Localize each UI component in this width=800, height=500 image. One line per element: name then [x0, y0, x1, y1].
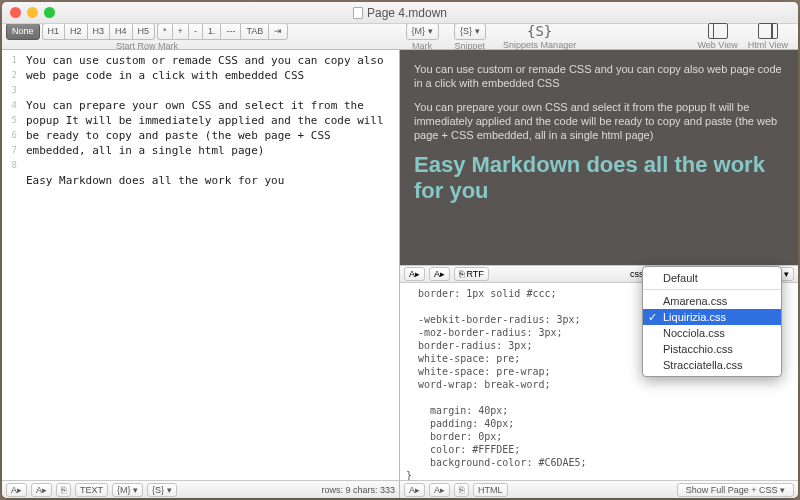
editor-pane: 12345678 You can use custom or remade CS… [2, 50, 400, 498]
h5-button[interactable]: H5 [132, 23, 156, 40]
indent-button[interactable]: ⇥ [268, 23, 288, 40]
font-larger-button[interactable]: A▸ [6, 483, 27, 497]
css-font-smaller[interactable]: A▸ [429, 267, 450, 281]
html-font-smaller[interactable]: A▸ [429, 483, 450, 497]
markdown-editor[interactable]: 12345678 You can use custom or remade CS… [2, 50, 399, 480]
dash-button[interactable]: - [188, 23, 202, 40]
plus-button[interactable]: + [172, 23, 188, 40]
status-mark-dropdown[interactable]: {M} ▾ [112, 483, 143, 497]
snippets-manager-icon[interactable]: {S} [527, 23, 552, 39]
dropdown-item-default[interactable]: Default [643, 270, 781, 286]
web-view-icon[interactable] [708, 23, 728, 39]
h1-button[interactable]: H1 [42, 23, 65, 40]
mark-label: Mark [412, 41, 432, 51]
mark-dropdown[interactable]: {M} ▾ [406, 23, 439, 40]
preview-paragraph: You can use custom or remade CSS and you… [414, 62, 784, 90]
copy-rtf-button[interactable]: ⎘ RTF [454, 267, 489, 281]
preview-pane: You can use custom or remade CSS and you… [400, 50, 798, 498]
none-button[interactable]: None [6, 23, 40, 40]
symbol-group: * + - 1. --- TAB ⇥ [157, 23, 288, 40]
app-window: Page 4.mdown None H1 H2 H3 H4 H5 * + [2, 2, 798, 498]
dropdown-item-amarena[interactable]: Amarena.css [643, 293, 781, 309]
editor-statusbar: A▸ A▸ ⎘ TEXT {M} ▾ {S} ▾ rows: 9 chars: … [2, 480, 399, 498]
dropdown-item-liquirizia[interactable]: Liquirizia.css [643, 309, 781, 325]
hr-button[interactable]: --- [220, 23, 240, 40]
html-preview: You can use custom or remade CSS and you… [400, 50, 798, 265]
window-title: Page 4.mdown [2, 6, 798, 20]
css-dropdown-menu: Default Amarena.css Liquirizia.css Nocci… [642, 266, 782, 377]
html-font-larger[interactable]: A▸ [404, 483, 425, 497]
css-font-larger[interactable]: A▸ [404, 267, 425, 281]
snippet-dropdown[interactable]: {S} ▾ [454, 23, 486, 40]
toolbar: None H1 H2 H3 H4 H5 * + - 1. --- TA [2, 24, 798, 50]
dropdown-item-pistacchio[interactable]: Pistacchio.css [643, 341, 781, 357]
html-mode-button[interactable]: HTML [473, 483, 508, 497]
copy-button[interactable]: ⎘ [56, 483, 71, 497]
snippet-label: Snippet [455, 41, 486, 51]
show-full-page-dropdown[interactable]: Show Full Page + CSS ▾ [677, 483, 794, 497]
line-gutter: 12345678 [2, 50, 20, 480]
status-snippet-dropdown[interactable]: {S} ▾ [147, 483, 177, 497]
dropdown-item-stracciatella[interactable]: Stracciatella.css [643, 357, 781, 373]
rows-chars-info: rows: 9 chars: 333 [321, 485, 395, 495]
h3-button[interactable]: H3 [87, 23, 110, 40]
document-icon [353, 7, 363, 19]
editor-text[interactable]: You can use custom or remade CSS and you… [20, 50, 399, 480]
titlebar: Page 4.mdown [2, 2, 798, 24]
star-button[interactable]: * [157, 23, 172, 40]
dropdown-separator [643, 289, 781, 290]
h4-button[interactable]: H4 [109, 23, 132, 40]
html-view-label: Html View [748, 40, 788, 50]
preview-statusbar: A▸ A▸ ⎘ HTML Show Full Page + CSS ▾ [400, 480, 798, 498]
h2-button[interactable]: H2 [64, 23, 87, 40]
html-view-icon[interactable] [758, 23, 778, 39]
font-smaller-button[interactable]: A▸ [31, 483, 52, 497]
preview-heading: Easy Markdown does all the work for you [414, 152, 784, 204]
content-area: 12345678 You can use custom or remade CS… [2, 50, 798, 498]
start-row-mark-label: Start Row Mark [116, 41, 178, 51]
html-copy-button[interactable]: ⎘ [454, 483, 469, 497]
preview-paragraph: You can prepare your own CSS and select … [414, 100, 784, 142]
dropdown-item-nocciola[interactable]: Nocciola.css [643, 325, 781, 341]
snippets-manager-label: Snippets Manager [503, 40, 576, 50]
text-mode-button[interactable]: TEXT [75, 483, 108, 497]
heading-group: H1 H2 H3 H4 H5 [42, 23, 156, 40]
title-text: Page 4.mdown [367, 6, 447, 20]
tab-button[interactable]: TAB [240, 23, 268, 40]
web-view-label: Web View [697, 40, 737, 50]
ol-button[interactable]: 1. [202, 23, 221, 40]
